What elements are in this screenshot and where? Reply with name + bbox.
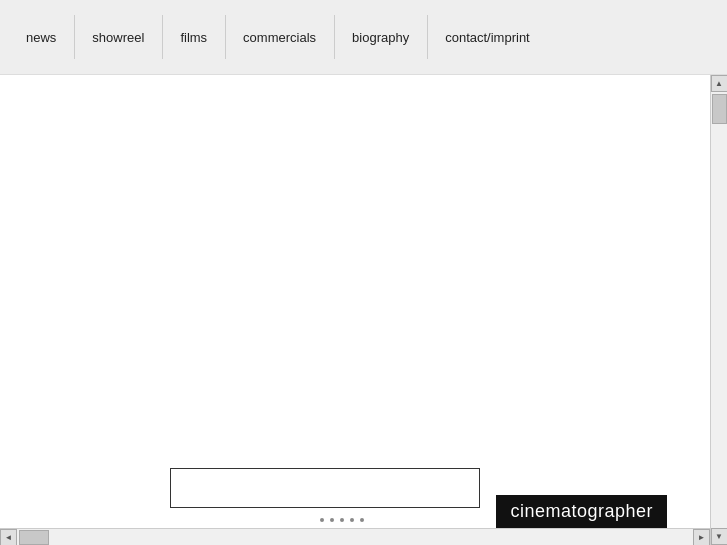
nav-item-showreel[interactable]: showreel — [74, 0, 162, 74]
chart-dot — [330, 518, 334, 522]
nav-item-biography[interactable]: biography — [334, 0, 427, 74]
nav-item-films[interactable]: films — [162, 0, 225, 74]
chart-dot — [350, 518, 354, 522]
chart-dot — [340, 518, 344, 522]
nav-item-contact-imprint[interactable]: contact/imprint — [427, 0, 548, 74]
nav-item-commercials[interactable]: commercials — [225, 0, 334, 74]
chart-dot — [320, 518, 324, 522]
scrollbar-thumb[interactable] — [712, 94, 727, 124]
vertical-scrollbar: ▲ ▼ — [710, 75, 727, 545]
scrollbar-down-button[interactable]: ▼ — [711, 528, 728, 545]
horizontal-scrollbar: ◄ ► — [0, 528, 710, 545]
cinematographer-label: cinematographer — [496, 495, 667, 528]
chart-dots-row — [320, 511, 364, 528]
hscrollbar-thumb[interactable] — [19, 530, 49, 545]
hscrollbar-right-button[interactable]: ► — [693, 529, 710, 546]
chart-outer-box — [170, 468, 480, 508]
chart-dot — [360, 518, 364, 522]
scrollbar-up-button[interactable]: ▲ — [711, 75, 728, 92]
nav-item-news[interactable]: news — [8, 0, 74, 74]
navbar: news showreel films commercials biograph… — [0, 0, 727, 75]
hscrollbar-left-button[interactable]: ◄ — [0, 529, 17, 546]
